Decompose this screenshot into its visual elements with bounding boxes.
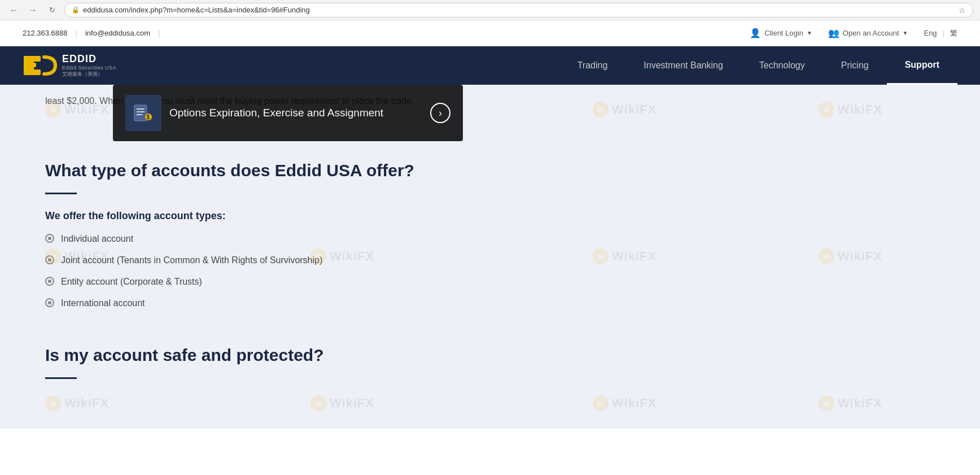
nav-pricing-label: Pricing <box>841 60 869 71</box>
lock-icon: 🔒 <box>72 6 80 14</box>
logo[interactable]: EDDID Eddid Securities USA 艾德服务（美国） <box>23 53 116 78</box>
open-account-arrow-icon: ▼ <box>903 30 908 36</box>
nav-dropdown: $ Options Expiration, Exercise and Assig… <box>113 85 463 141</box>
language-selector[interactable]: Eng | 繁 <box>924 28 957 38</box>
client-login-button[interactable]: 👤 Client Login ▼ <box>750 28 812 38</box>
lang-en-label: Eng <box>924 29 937 37</box>
account-type-list: Individual account Joint account (Tenant… <box>45 232 935 310</box>
nav-trading-label: Trading <box>578 60 608 71</box>
section-divider-1 <box>45 193 77 194</box>
svg-rect-6 <box>137 111 145 112</box>
logo-name: EDDID <box>62 53 116 65</box>
top-bar-right: 👤 Client Login ▼ 👥 Open an Account ▼ Eng… <box>750 28 957 38</box>
logo-sub-cn: 艾德服务（美国） <box>62 71 116 78</box>
logo-sub: Eddid Securities USA <box>62 65 116 71</box>
account-type-joint: Joint account (Tenants in Common & With … <box>61 254 322 267</box>
svg-rect-5 <box>137 108 145 110</box>
watermark-10: W WikiFX <box>310 395 374 411</box>
section-account-types: What type of accounts does Eddid USA off… <box>45 159 935 310</box>
user-icon: 👤 <box>750 28 761 38</box>
section-title-account-safe: Is my account safe and protected? <box>45 344 935 366</box>
open-account-button[interactable]: 👥 Open an Account ▼ <box>828 28 908 38</box>
phone-number: 212.363.6888 <box>23 29 68 37</box>
account-type-international: International account <box>61 297 145 310</box>
nav-technology-label: Technology <box>759 60 805 71</box>
browser-chrome: ← → ↻ 🔒 eddidusa.com/index.php?m=home&c=… <box>0 0 980 20</box>
dropdown-next-button[interactable]: › <box>430 103 450 123</box>
bookmark-icon[interactable]: ☆ <box>959 6 966 15</box>
address-bar[interactable]: 🔒 eddidusa.com/index.php?m=home&c=Lists&… <box>64 3 973 18</box>
list-item: Joint account (Tenants in Common & With … <box>45 254 935 267</box>
watermark-9: W WikiFX <box>45 395 109 411</box>
lang-cn-label: 繁 <box>950 28 957 38</box>
account-type-entity: Entity account (Corporate & Trusts) <box>61 275 202 289</box>
svg-rect-1 <box>24 56 41 62</box>
nav-item-trading[interactable]: Trading <box>559 46 626 85</box>
list-item: International account <box>45 297 935 310</box>
open-account-label: Open an Account <box>843 29 899 37</box>
client-login-label: Client Login <box>764 29 803 37</box>
watermark-11: W WikiFX <box>593 395 657 411</box>
svg-rect-4 <box>134 105 147 121</box>
separator-2: | <box>158 29 160 37</box>
nav-support-label: Support <box>905 60 939 70</box>
lang-separator: | <box>943 29 944 37</box>
bullet-icon <box>45 277 54 286</box>
list-item: Individual account <box>45 232 935 246</box>
refresh-button[interactable]: ↻ <box>45 3 59 17</box>
svg-rect-3 <box>24 69 41 75</box>
url-text: eddidusa.com/index.php?m=home&c=Lists&a=… <box>83 6 310 14</box>
nav-item-pricing[interactable]: Pricing <box>823 46 887 85</box>
svg-rect-2 <box>24 63 36 67</box>
svg-text:$: $ <box>147 114 150 120</box>
logo-text: EDDID Eddid Securities USA 艾德服务（美国） <box>62 53 116 78</box>
svg-rect-7 <box>137 114 142 115</box>
section-account-safe: Is my account safe and protected? <box>45 344 935 379</box>
forward-button[interactable]: → <box>26 3 40 17</box>
bullet-icon <box>45 298 54 307</box>
email-address: info@eddidusa.com <box>85 29 150 37</box>
logo-icon <box>23 54 58 77</box>
nav-item-technology[interactable]: Technology <box>741 46 823 85</box>
dropdown-text: Options Expiration, Exercise and Assignm… <box>169 106 422 120</box>
nav-bar: EDDID Eddid Securities USA 艾德服务（美国） $ Op… <box>0 46 980 85</box>
section-divider-2 <box>45 377 77 379</box>
separator-1: | <box>76 29 77 37</box>
dropdown-arrow-icon: ▼ <box>807 30 812 36</box>
list-item: Entity account (Corporate & Trusts) <box>45 275 935 289</box>
watermark-12: W WikiFX <box>819 395 882 411</box>
account-type-individual: Individual account <box>61 232 133 246</box>
nav-items: Trading Investment Banking Technology Pr… <box>559 46 957 85</box>
bullet-icon <box>45 234 54 243</box>
top-bar: 212.363.6888 | info@eddidusa.com | 👤 Cli… <box>0 20 980 46</box>
bullet-icon <box>45 255 54 264</box>
nav-investment-label: Investment Banking <box>644 60 723 71</box>
dropdown-icon: $ <box>125 95 161 131</box>
section-subtitle-account-types: We offer the following account types: <box>45 210 935 222</box>
nav-item-support[interactable]: Support <box>887 46 957 85</box>
open-account-user-icon: 👥 <box>828 28 839 38</box>
nav-item-investment-banking[interactable]: Investment Banking <box>625 46 741 85</box>
back-button[interactable]: ← <box>7 3 20 17</box>
section-title-account-types: What type of accounts does Eddid USA off… <box>45 159 935 181</box>
